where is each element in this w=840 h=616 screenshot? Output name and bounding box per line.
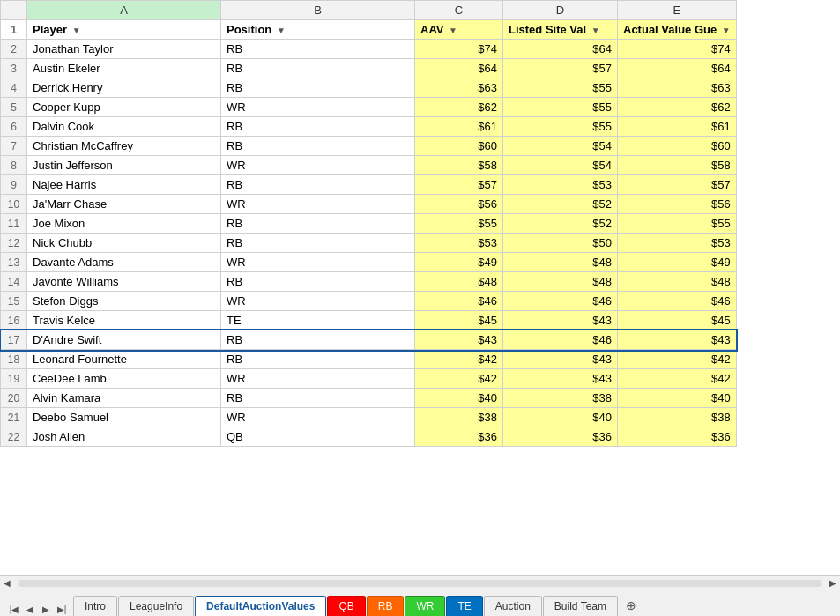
- listed-cell: $55: [503, 98, 618, 117]
- tab-auction[interactable]: Auction: [484, 596, 542, 616]
- position-filter-icon[interactable]: ▼: [277, 26, 286, 35]
- col-c-header[interactable]: C: [415, 1, 503, 20]
- aav-cell: $38: [415, 408, 503, 427]
- corner-cell: [1, 1, 27, 20]
- spreadsheet: A B C D E: [0, 0, 840, 616]
- actual-cell: $45: [618, 311, 737, 330]
- table-row: 7 Christian McCaffrey RB $60 $54 $60: [1, 137, 737, 156]
- listed-cell: $43: [503, 311, 618, 330]
- actual-filter-icon[interactable]: ▼: [722, 26, 731, 35]
- col-e-header[interactable]: E: [618, 1, 737, 20]
- table-row: 12 Nick Chubb RB $53 $50 $53: [1, 234, 737, 253]
- table-row: 17 D'Andre Swift RB $43 $46 $43: [1, 330, 737, 350]
- tab-nav-last[interactable]: ▶|: [55, 602, 69, 616]
- header-position: Position ▼: [221, 20, 415, 40]
- row-num-3: 3: [1, 59, 27, 78]
- position-cell: WR: [221, 195, 415, 214]
- position-cell: RB: [221, 40, 415, 59]
- row-num-11: 11: [1, 214, 27, 234]
- tab-leagueinfo[interactable]: LeagueInfo: [118, 596, 194, 616]
- row-num-9: 9: [1, 175, 27, 195]
- listed-cell: $46: [503, 292, 618, 311]
- player-cell: Dalvin Cook: [27, 117, 221, 137]
- tab-nav-prev[interactable]: ◀: [23, 602, 37, 616]
- tab-nav-first[interactable]: |◀: [7, 602, 21, 616]
- actual-cell: $42: [618, 350, 737, 369]
- listed-cell: $53: [503, 175, 618, 195]
- player-cell: Christian McCaffrey: [27, 137, 221, 156]
- actual-cell: $62: [618, 98, 737, 117]
- actual-cell: $57: [618, 175, 737, 195]
- row-num-12: 12: [1, 234, 27, 253]
- player-cell: Javonte Williams: [27, 272, 221, 292]
- player-cell: Derrick Henry: [27, 78, 221, 98]
- player-cell: Travis Kelce: [27, 311, 221, 330]
- tab-defaultauctionvalues[interactable]: DefaultAuctionValues: [195, 596, 326, 616]
- aav-cell: $46: [415, 292, 503, 311]
- col-b-header[interactable]: B: [221, 1, 415, 20]
- scroll-right-btn[interactable]: ▶: [826, 576, 840, 590]
- player-cell: Josh Allen: [27, 427, 221, 447]
- listed-filter-icon[interactable]: ▼: [591, 26, 600, 35]
- actual-cell: $55: [618, 214, 737, 234]
- horizontal-scrollbar[interactable]: ◀ ▶: [0, 575, 840, 590]
- row-num-17: 17: [1, 330, 27, 350]
- player-cell: Leonard Fournette: [27, 350, 221, 369]
- position-cell: WR: [221, 369, 415, 389]
- aav-filter-icon[interactable]: ▼: [449, 26, 457, 35]
- aav-cell: $63: [415, 78, 503, 98]
- header-actual: Actual Value Gue ▼: [618, 20, 737, 40]
- table-row: 6 Dalvin Cook RB $61 $55 $61: [1, 117, 737, 137]
- row-num-2: 2: [1, 40, 27, 59]
- tab-add-btn[interactable]: ⊕: [619, 595, 643, 616]
- position-cell: RB: [221, 234, 415, 253]
- listed-cell: $36: [503, 427, 618, 447]
- listed-cell: $54: [503, 156, 618, 175]
- row-num-6: 6: [1, 117, 27, 137]
- listed-cell: $55: [503, 78, 618, 98]
- listed-cell: $43: [503, 350, 618, 369]
- table-row: 10 Ja'Marr Chase WR $56 $52 $56: [1, 195, 737, 214]
- actual-cell: $49: [618, 253, 737, 272]
- listed-cell: $50: [503, 234, 618, 253]
- col-a-header[interactable]: A: [27, 1, 221, 20]
- table-row: 11 Joe Mixon RB $55 $52 $55: [1, 214, 737, 234]
- tab-wr[interactable]: WR: [405, 596, 445, 616]
- tab-intro[interactable]: Intro: [73, 596, 117, 616]
- tab-te[interactable]: TE: [446, 596, 482, 616]
- tab-nav-next[interactable]: ▶: [39, 602, 53, 616]
- table-row: 20 Alvin Kamara RB $40 $38 $40: [1, 389, 737, 408]
- player-filter-icon[interactable]: ▼: [72, 26, 81, 35]
- scroll-left-btn[interactable]: ◀: [0, 576, 14, 590]
- actual-cell: $61: [618, 117, 737, 137]
- position-cell: RB: [221, 330, 415, 350]
- listed-cell: $55: [503, 117, 618, 137]
- tab-buildteam[interactable]: Build Team: [543, 596, 618, 616]
- aav-cell: $61: [415, 117, 503, 137]
- aav-cell: $53: [415, 234, 503, 253]
- aav-cell: $36: [415, 427, 503, 447]
- actual-cell: $56: [618, 195, 737, 214]
- tab-qb[interactable]: QB: [327, 596, 365, 616]
- table-row: 22 Josh Allen QB $36 $36 $36: [1, 427, 737, 447]
- data-table: A B C D E: [0, 0, 737, 447]
- aav-cell: $60: [415, 137, 503, 156]
- row-num-8: 8: [1, 156, 27, 175]
- aav-cell: $43: [415, 330, 503, 350]
- scroll-track[interactable]: [18, 580, 822, 587]
- player-cell: Nick Chubb: [27, 234, 221, 253]
- table-row: 4 Derrick Henry RB $63 $55 $63: [1, 78, 737, 98]
- position-cell: RB: [221, 350, 415, 369]
- player-cell: CeeDee Lamb: [27, 369, 221, 389]
- col-d-header[interactable]: D: [503, 1, 618, 20]
- aav-cell: $64: [415, 59, 503, 78]
- player-cell: Stefon Diggs: [27, 292, 221, 311]
- actual-cell: $38: [618, 408, 737, 427]
- position-cell: RB: [221, 214, 415, 234]
- position-cell: RB: [221, 175, 415, 195]
- tab-rb[interactable]: RB: [367, 596, 405, 616]
- player-cell: Jonathan Taylor: [27, 40, 221, 59]
- player-cell: Davante Adams: [27, 253, 221, 272]
- row-num-15: 15: [1, 292, 27, 311]
- position-cell: RB: [221, 137, 415, 156]
